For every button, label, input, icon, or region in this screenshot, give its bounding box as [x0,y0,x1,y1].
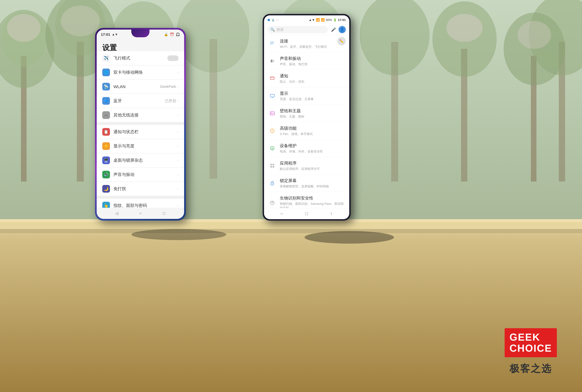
arrow-icon: › [177,204,179,208]
list-item[interactable]: 锁定屏幕 屏幕解锁类型、息屏提醒、时钟风格 [264,174,349,192]
search-icon: 🔍 [270,28,275,32]
svg-rect-36 [270,77,274,80]
list-item[interactable]: ··· 其他无线连接 › [97,108,184,122]
data-icon: ▲▼ [309,18,315,22]
list-item[interactable]: 应用程序 默认应用程序、应用程序许可 [264,157,349,174]
svg-rect-52 [273,164,274,166]
recents-button[interactable]: ↑ [327,210,336,218]
list-item[interactable]: 生物识别和安全性 智能扫描、面部识别、Samsung Pass、查找我的手机 [264,192,349,208]
left-phone: 17:01 ▲▼ 🔒 ⏰ 🎧 设置 ✈️ 飞行模式 [95,28,186,220]
watermark: GEEK CHOICE 极客之选 [505,328,557,375]
item-title: 连接 [280,38,345,44]
wifi-strength: 📶 [321,18,325,22]
bottom-nav-left: ◁ ○ □ [97,208,184,219]
svg-point-24 [446,14,483,42]
item-value: 已开启 [165,98,176,103]
status-icons-left: 📡 ··· [268,18,279,22]
item-label: 蓝牙 [114,98,165,104]
item-label: WLAN [114,84,160,89]
notification-dot [268,19,270,21]
geek-choice-logo: GEEK CHOICE [505,328,557,357]
item-texts: 壁纸和主题 壁纸、主题、图标 [280,108,345,119]
airplane-toggle[interactable] [167,56,179,61]
wireless-icon: ··· [102,111,110,119]
status-icons-right: ▲▼ 📶 📶 50% 🔋 17:01 [309,18,346,22]
connection-icon [268,40,276,48]
back-button[interactable]: ◁ [113,209,121,218]
item-label: 其他无线连接 [114,112,177,118]
svg-rect-33 [270,43,274,43]
search-input[interactable]: 🔍 搜索 [268,26,328,33]
section-divider [97,122,184,125]
item-subtitle: 阻止、允许、优先 [280,80,345,84]
settings-list-left: ✈️ 飞行模式 🌐 双卡与移动网络 › 📡 WLAN GeekPark › [97,51,184,208]
list-item[interactable]: 📡 WLAN GeekPark › [97,80,184,94]
arrow-icon: › [177,173,179,176]
display-icon [268,92,276,100]
arrow-icon: › [177,85,179,89]
item-title: 设备维护 [280,143,345,149]
list-item[interactable]: 👆 指纹、面部与密码 › [97,199,184,208]
item-subtitle: 默认应用程序、应用程序许可 [280,167,345,171]
list-item[interactable]: 显示 亮度、蓝光过滤、主屏幕 [264,87,349,105]
list-item[interactable]: 壁纸和主题 壁纸、主题、图标 [264,105,349,122]
list-item[interactable]: 🌐 双卡与移动网络 › [97,66,184,80]
phone-notch [131,30,150,37]
battery-icon: 🔋 [333,18,337,22]
item-title: 声音和振动 [280,56,345,62]
list-item[interactable]: 🔊 声音与振动 › [97,168,184,182]
svg-rect-54 [273,166,274,168]
back-button[interactable]: ← [278,210,286,218]
lockscreen-icon [268,179,276,187]
list-item[interactable]: 高级功能 S Pen、游戏、单手模式 [264,122,349,140]
list-item[interactable]: 🌙 免打扰 › [97,182,184,196]
maintenance-icon [268,144,276,152]
apps-icon [268,162,276,170]
time-display: 17:01 [101,32,110,37]
list-item[interactable]: ✈️ 飞行模式 [97,51,184,65]
list-item[interactable]: 📋 通知与状态栏 › [97,125,184,139]
item-label: 指纹、面部与密码 [114,203,177,208]
item-subtitle: S Pen、游戏、单手模式 [280,132,345,136]
item-texts: 连接 Wi-Fi、蓝牙、流量监控、飞行模式 [280,38,345,49]
time-right: 17:01 [338,18,346,22]
svg-rect-51 [270,164,272,166]
arrow-icon: › [177,130,179,134]
biometrics-icon [268,199,276,207]
right-phone: 📡 ··· ▲▼ 📶 📶 50% 🔋 17:01 🔍 搜索 [263,14,351,220]
airplane-icon: ✈️ [102,54,110,62]
account-button[interactable]: 👤 [338,26,346,33]
list-item[interactable]: 🔷 蓝牙 已开启 › [97,94,184,108]
edit-button[interactable]: ✏️ [337,37,346,45]
item-label: 桌面与锁屏杂志 [114,158,177,163]
wifi-status-icon: 📡 [271,18,275,22]
list-item[interactable]: 声音和振动 声音、振动、免打扰 [264,52,349,70]
list-item[interactable]: 连接 Wi-Fi、蓝牙、流量监控、飞行模式 [264,35,349,52]
arrow-icon: › [177,158,179,162]
item-title: 通知 [280,73,345,79]
home-button[interactable]: □ [302,210,311,218]
microphone-button[interactable]: 🎤 [330,26,337,33]
settings-list-right: 连接 Wi-Fi、蓝牙、流量监控、飞行模式 声音和振动 声音、振动、免打扰 [264,35,349,208]
item-value: GeekPark [160,84,176,89]
svg-rect-34 [270,44,273,44]
item-texts: 生物识别和安全性 智能扫描、面部识别、Samsung Pass、查找我的手机 [280,195,345,208]
home-button[interactable]: ○ [136,209,145,218]
item-subtitle: 壁纸、主题、图标 [280,114,345,119]
list-item[interactable]: 设备维护 电池、存储、内存、设备安全性 [264,140,349,157]
logo-line1: GEEK [509,332,552,343]
signal-strength: 📶 [316,18,320,22]
list-item[interactable]: 🖥️ 桌面与锁屏杂志 › [97,154,184,168]
list-item[interactable]: ☀️ 显示与亮度 › [97,139,184,153]
item-label: 声音与振动 [114,172,177,178]
item-label: 飞行模式 [114,55,167,61]
recents-button[interactable]: □ [160,209,168,218]
sim-icon: 🌐 [102,68,110,76]
item-texts: 应用程序 默认应用程序、应用程序许可 [280,160,345,171]
display-icon: ☀️ [102,142,110,150]
item-texts: 设备维护 电池、存储、内存、设备安全性 [280,143,345,154]
svg-rect-53 [270,166,272,168]
item-texts: 通知 阻止、允许、优先 [280,73,345,84]
list-item[interactable]: 通知 阻止、允许、优先 [264,70,349,87]
clock-icon: ⏰ [170,32,174,36]
